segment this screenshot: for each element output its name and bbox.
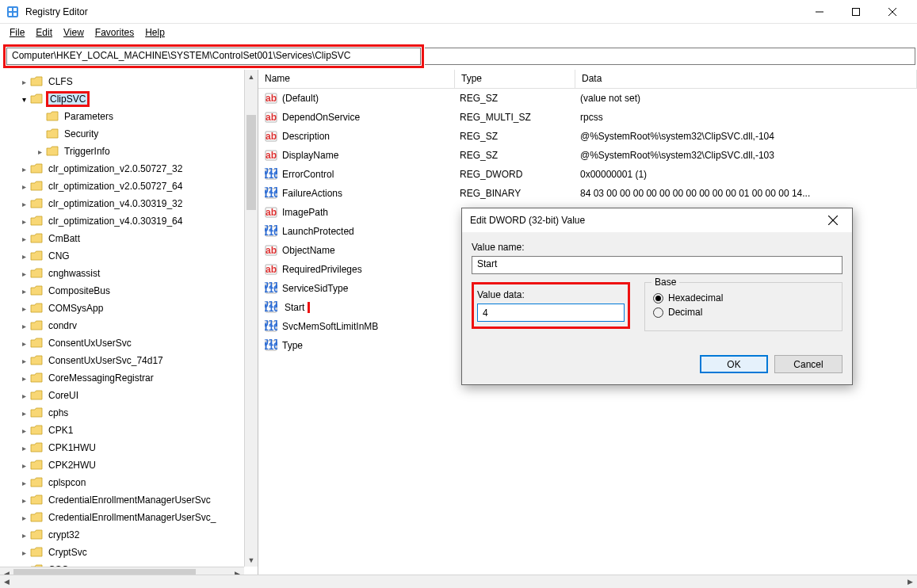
minimize-button[interactable]: [801, 0, 838, 24]
dialog-title-bar[interactable]: Edit DWORD (32-bit) Value: [462, 208, 852, 232]
tree-item[interactable]: ▸cnghwassist: [0, 265, 258, 282]
folder-icon: [30, 94, 43, 105]
tree-item[interactable]: ▸clr_optimization_v2.0.50727_32: [0, 160, 258, 178]
tree-item[interactable]: Parameters: [0, 108, 258, 125]
scroll-thumb[interactable]: [246, 115, 256, 210]
tree-item[interactable]: ▸CPK1HWU: [0, 439, 258, 456]
scroll-left-icon[interactable]: ◀: [0, 575, 13, 588]
radio-icon: [653, 307, 663, 318]
chevron-right-icon[interactable]: ▸: [19, 444, 29, 452]
address-bar[interactable]: Computer\HKEY_LOCAL_MACHINE\SYSTEM\Contr…: [6, 48, 421, 65]
value-row[interactable]: 011110FailureActionsREG_BINARY84 03 00 0…: [258, 184, 917, 203]
chevron-right-icon[interactable]: ▸: [19, 514, 29, 522]
tree-item[interactable]: ▸CmBatt: [0, 230, 258, 247]
tree-item[interactable]: ▸clr_optimization_v2.0.50727_64: [0, 178, 258, 195]
menu-edit[interactable]: Edit: [31, 25, 57, 40]
folder-icon: [30, 181, 43, 192]
maximize-button[interactable]: [838, 0, 874, 24]
value-row[interactable]: 011110ErrorControlREG_DWORD0x00000001 (1…: [258, 165, 917, 184]
column-type[interactable]: Type: [455, 70, 575, 88]
scroll-down-icon[interactable]: ▼: [245, 553, 258, 567]
tree-item[interactable]: ▸ConsentUxUserSvc: [0, 334, 258, 352]
chevron-right-icon[interactable]: ▸: [19, 182, 29, 191]
radio-decimal[interactable]: Decimal: [653, 307, 834, 318]
chevron-right-icon[interactable]: ▸: [19, 548, 29, 557]
value-row[interactable]: abDisplayNameREG_SZ@%SystemRoot%\system3…: [258, 146, 917, 165]
chevron-right-icon[interactable]: ▸: [19, 357, 29, 365]
ok-button[interactable]: OK: [700, 355, 768, 373]
tree-item[interactable]: Security: [0, 125, 258, 143]
tree-item[interactable]: ▸clr_optimization_v4.0.30319_64: [0, 212, 258, 230]
tree-item[interactable]: ▸crypt32: [0, 526, 258, 544]
chevron-right-icon[interactable]: ▸: [19, 374, 29, 383]
tree-item[interactable]: ▸TriggerInfo: [0, 143, 258, 160]
tree-item[interactable]: ▸CompositeBus: [0, 282, 258, 300]
tree-item[interactable]: ▸COMSysApp: [0, 300, 258, 317]
tree-item[interactable]: ▸CNG: [0, 247, 258, 265]
tree-item[interactable]: ▸CPK2HWU: [0, 456, 258, 474]
svg-text:110: 110: [265, 303, 277, 314]
chevron-right-icon[interactable]: ▸: [19, 409, 29, 418]
dialog-close-button[interactable]: [822, 209, 844, 231]
tree-item[interactable]: ▸CredentialEnrollmentManagerUserSvc_: [0, 509, 258, 526]
chevron-right-icon[interactable]: ▸: [19, 252, 29, 261]
scroll-up-icon[interactable]: ▲: [245, 70, 258, 83]
tree-item[interactable]: ▸ConsentUxUserSvc_74d17: [0, 352, 258, 369]
tree-item[interactable]: ▸CPK1: [0, 422, 258, 439]
chevron-right-icon[interactable]: ▸: [19, 461, 29, 470]
chevron-right-icon[interactable]: ▸: [19, 479, 29, 487]
bottom-horizontal-scrollbar[interactable]: ◀ ▶: [0, 575, 917, 588]
value-row[interactable]: abDependOnServiceREG_MULTI_SZrpcss: [258, 108, 917, 127]
tree-item[interactable]: ▸CoreUI: [0, 387, 258, 404]
chevron-right-icon[interactable]: ▸: [35, 147, 44, 156]
chevron-down-icon[interactable]: ▾: [19, 95, 29, 104]
tree-item[interactable]: ▸CLFS: [0, 73, 258, 90]
tree-item[interactable]: ▸cphs: [0, 404, 258, 422]
chevron-right-icon[interactable]: ▸: [19, 322, 29, 330]
radio-hexadecimal[interactable]: Hexadecimal: [653, 292, 834, 304]
close-button[interactable]: [874, 0, 911, 24]
tree-item-label: CmBatt: [46, 232, 82, 245]
tree-vertical-scrollbar[interactable]: ▲ ▼: [244, 70, 258, 567]
value-data-label: Value data:: [477, 289, 625, 300]
chevron-right-icon[interactable]: ▸: [19, 339, 29, 348]
folder-icon: [30, 355, 43, 366]
tree-item[interactable]: ▾ClipSVC: [0, 90, 258, 108]
chevron-right-icon[interactable]: ▸: [19, 78, 29, 86]
chevron-right-icon[interactable]: ▸: [19, 531, 29, 540]
value-data-field[interactable]: [477, 304, 625, 322]
svg-rect-1: [9, 8, 12, 11]
chevron-right-icon[interactable]: ▸: [19, 391, 29, 400]
chevron-right-icon[interactable]: ▸: [19, 165, 29, 174]
chevron-right-icon[interactable]: ▸: [19, 217, 29, 226]
tree-item[interactable]: ▸clr_optimization_v4.0.30319_32: [0, 195, 258, 212]
chevron-right-icon[interactable]: ▸: [19, 200, 29, 208]
chevron-right-icon[interactable]: ▸: [19, 235, 29, 243]
chevron-right-icon[interactable]: ▸: [19, 496, 29, 505]
menu-file[interactable]: File: [5, 25, 29, 40]
menu-favorites[interactable]: Favorites: [90, 25, 139, 40]
menu-help[interactable]: Help: [140, 25, 170, 40]
column-name[interactable]: Name: [258, 70, 455, 88]
address-bar-remainder[interactable]: [425, 48, 915, 65]
column-data[interactable]: Data: [575, 70, 917, 88]
chevron-right-icon[interactable]: ▸: [19, 426, 29, 435]
chevron-right-icon[interactable]: ▸: [19, 269, 29, 278]
value-row[interactable]: ab(Default)REG_SZ(value not set): [258, 89, 917, 108]
scroll-right-icon[interactable]: ▶: [904, 575, 917, 588]
value-name: RequiredPrivileges: [282, 264, 460, 275]
minimize-icon: [816, 8, 823, 16]
chevron-right-icon[interactable]: ▸: [19, 304, 29, 313]
tree-item[interactable]: ▸condrv: [0, 317, 258, 334]
value-name-field[interactable]: Start: [472, 256, 842, 274]
tree-item[interactable]: ▸CryptSvc: [0, 544, 258, 561]
menu-view[interactable]: View: [59, 25, 89, 40]
tree-item[interactable]: ▸CoreMessagingRegistrar: [0, 369, 258, 387]
tree-item[interactable]: ▸cplspcon: [0, 474, 258, 491]
tree-item[interactable]: ▸CredentialEnrollmentManagerUserSvc: [0, 491, 258, 509]
registry-tree[interactable]: ▸CLFS▾ClipSVCParametersSecurity▸TriggerI…: [0, 70, 258, 580]
value-name: ImagePath: [282, 207, 460, 218]
value-row[interactable]: abDescriptionREG_SZ@%SystemRoot%\system3…: [258, 127, 917, 146]
cancel-button[interactable]: Cancel: [774, 355, 842, 373]
chevron-right-icon[interactable]: ▸: [19, 287, 29, 296]
